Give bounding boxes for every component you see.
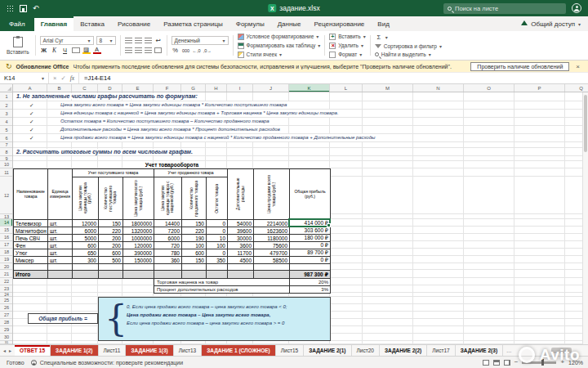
- table-cell[interactable]: 12000: [73, 220, 99, 227]
- table-cell[interactable]: 720: [154, 242, 182, 249]
- ribbon-tab-Рисование[interactable]: Рисование: [111, 16, 157, 31]
- table-cell[interactable]: 75600: [254, 242, 290, 249]
- table-cell[interactable]: 650: [73, 249, 99, 257]
- table-cell[interactable]: 4500: [228, 257, 254, 264]
- column-header-L[interactable]: L: [330, 84, 363, 92]
- ribbon-tab-Рецензирование[interactable]: Рецензирование: [308, 16, 372, 31]
- account-icon[interactable]: [572, 3, 581, 13]
- zoom-level[interactable]: 120%: [568, 360, 583, 366]
- row-header-7[interactable]: 7: [0, 142, 13, 148]
- table-cell[interactable]: 150: [182, 220, 207, 227]
- table-cell[interactable]: [207, 264, 228, 271]
- table-cell[interactable]: 479700: [254, 249, 290, 257]
- table-header-rotated[interactable]: Цена закупки всего товара (руб.): [123, 177, 154, 220]
- table-cell[interactable]: [123, 264, 154, 271]
- table-cell[interactable]: 780: [154, 249, 182, 257]
- table-cell[interactable]: 39600: [228, 227, 254, 235]
- table-cell[interactable]: 7200: [154, 227, 182, 235]
- column-header-K[interactable]: K: [289, 84, 330, 92]
- autosum-button[interactable]: Σ: [375, 33, 383, 41]
- insert-function-icon[interactable]: fx: [70, 74, 74, 82]
- column-header-D[interactable]: D: [98, 84, 122, 92]
- row-header-1[interactable]: 1: [0, 92, 13, 101]
- sheet-tab-Лист20[interactable]: Лист20: [352, 345, 380, 356]
- row-header-26[interactable]: 26: [0, 304, 13, 312]
- column-header-G[interactable]: G: [181, 84, 206, 92]
- sheet-tab-Лист17[interactable]: Лист17: [427, 345, 455, 356]
- sheet-tab-ЗАДАНИЕ 2(1)[interactable]: ЗАДАНИЕ 2(1): [304, 345, 351, 356]
- row-header-3[interactable]: 3: [0, 110, 13, 118]
- zoom-slider[interactable]: [522, 361, 556, 364]
- table-cell[interactable]: 100: [207, 242, 228, 249]
- row-header-29[interactable]: 29: [0, 326, 13, 334]
- table-cell[interactable]: 1623600: [254, 227, 290, 235]
- table-cell[interactable]: [48, 264, 73, 271]
- column-header-C[interactable]: C: [72, 84, 98, 92]
- column-header-J[interactable]: J: [253, 84, 289, 92]
- table-cell[interactable]: 10: [207, 235, 228, 242]
- table-cell[interactable]: шт.: [48, 257, 73, 264]
- accessibility-checker[interactable]: Специальные возможности: проверьте реком…: [31, 360, 184, 366]
- table-cell[interactable]: 350: [207, 257, 228, 264]
- sort-filter-button[interactable]: Сортировка и фильтр ▾: [375, 43, 442, 50]
- table-cell[interactable]: 120000: [123, 242, 154, 249]
- delete-cells-button[interactable]: Удалить ▾: [329, 42, 366, 49]
- table-cell[interactable]: 180 000 ₽: [290, 235, 331, 242]
- table-cell[interactable]: Утюг: [14, 249, 48, 257]
- table-header-rotated[interactable]: Дополнительные расходы: [228, 169, 254, 220]
- decrease-decimal-button[interactable]: ,0→: [203, 47, 212, 55]
- table-cell[interactable]: 14400: [154, 220, 182, 227]
- table-cell[interactable]: 600: [182, 249, 207, 257]
- scrollbar-thumb[interactable]: [584, 95, 587, 152]
- table-cell[interactable]: 2214000: [254, 220, 290, 227]
- align-right-button[interactable]: [145, 47, 152, 53]
- table-cell[interactable]: 100: [182, 242, 207, 249]
- vertical-scrollbar[interactable]: [582, 92, 588, 344]
- page-break-view-icon[interactable]: [504, 360, 510, 366]
- zoom-out-button[interactable]: −: [514, 359, 519, 366]
- profit-label-cell[interactable]: Общая прибыль =: [28, 313, 98, 324]
- sheet-tab-Лист13[interactable]: Лист13: [174, 345, 202, 356]
- close-icon[interactable]: ×: [573, 63, 582, 70]
- table-cell[interactable]: 0: [207, 227, 228, 235]
- row-header-25[interactable]: 25: [0, 297, 13, 304]
- table-cell[interactable]: 190: [182, 235, 207, 242]
- table-cell[interactable]: шт.: [48, 227, 73, 235]
- percent-style-button[interactable]: %: [172, 47, 180, 55]
- table-cell[interactable]: [290, 264, 331, 271]
- table-cell[interactable]: 600: [73, 242, 99, 249]
- table-cell[interactable]: 1800000: [123, 220, 154, 227]
- table-cell[interactable]: 89 700 ₽: [290, 249, 331, 257]
- cell-grid[interactable]: 1. Не заполненные числами графы рассчита…: [13, 92, 588, 344]
- table-cell[interactable]: шт.: [48, 249, 73, 257]
- save-icon[interactable]: [20, 5, 27, 12]
- enter-icon[interactable]: ✓: [60, 74, 65, 82]
- table-cell[interactable]: 200: [99, 235, 123, 242]
- table-header-rotated[interactable]: Цена продажи всего товара (руб.): [254, 169, 290, 220]
- column-header-N[interactable]: N: [413, 84, 464, 92]
- table-cell[interactable]: [48, 271, 73, 279]
- row-header-21[interactable]: 21: [0, 270, 13, 278]
- format-as-table-button[interactable]: Форматировать как таблицу ▾: [238, 42, 321, 49]
- sheet-tab-ЗАДАНИЕ 1(3)[interactable]: ЗАДАНИЕ 1(3): [126, 345, 173, 356]
- tab-file[interactable]: Файл: [0, 16, 34, 31]
- column-header-H[interactable]: H: [206, 84, 227, 92]
- paste-button[interactable]: Вставить: [7, 49, 29, 55]
- table-cell[interactable]: Магнитофон: [14, 227, 48, 235]
- insert-cells-button[interactable]: Вставить ▾: [329, 33, 366, 40]
- sheet-tab-ЗАДАНИЕ 2(2)[interactable]: ЗАДАНИЕ 2(2): [380, 345, 427, 356]
- more-sheets-icon[interactable]: …: [503, 345, 515, 356]
- ribbon-tab-Вставка[interactable]: Вставка: [74, 16, 111, 31]
- table-header-rotated[interactable]: Количество поступившего товара: [99, 177, 123, 220]
- merge-center-button[interactable]: [154, 47, 162, 53]
- table-cell[interactable]: 54000: [228, 220, 254, 227]
- wrap-text-button[interactable]: ↩: [154, 37, 163, 45]
- align-center-button[interactable]: [135, 47, 142, 53]
- undo-icon[interactable]: ↶: [33, 5, 39, 12]
- table-cell[interactable]: 6000: [154, 235, 182, 242]
- column-header-Q[interactable]: Q: [565, 84, 588, 92]
- underline-button[interactable]: Ч: [61, 47, 69, 55]
- align-bottom-button[interactable]: [145, 38, 152, 43]
- row-header-6[interactable]: 6: [0, 134, 13, 142]
- table-cell[interactable]: 1180000: [254, 235, 290, 242]
